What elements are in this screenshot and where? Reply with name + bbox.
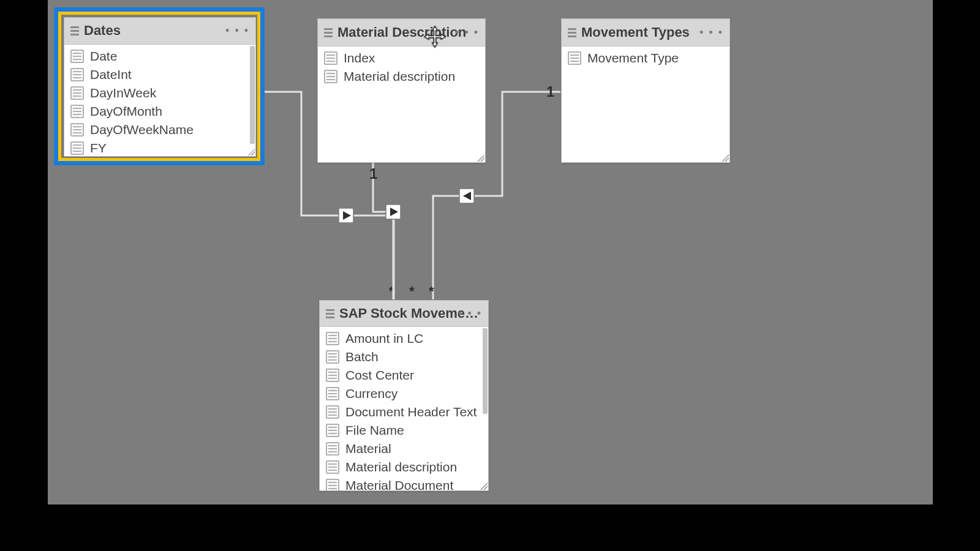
scrollbar[interactable] (483, 328, 488, 414)
column-icon (568, 51, 581, 65)
table-header-movtype[interactable]: Movement Types • • • (562, 19, 729, 47)
field-label: DayOfMonth (90, 104, 162, 119)
field-row[interactable]: File Name (320, 421, 488, 440)
column-icon (70, 105, 84, 118)
svg-rect-4 (386, 204, 401, 219)
table-material-description[interactable]: Material Description • • • Index Materia… (317, 18, 486, 163)
resize-handle[interactable] (477, 154, 484, 162)
field-row[interactable]: Currency (320, 384, 488, 403)
field-label: Cost Center (345, 368, 414, 383)
column-icon (70, 50, 84, 63)
field-row[interactable]: Material description (318, 67, 485, 86)
field-row[interactable]: Document Header Text (320, 403, 488, 421)
field-label: FY (90, 141, 107, 156)
table-body-dates[interactable]: Date DateInt DayInWeek DayOfMonth DayOfW… (64, 45, 255, 156)
field-row[interactable]: Batch (320, 348, 488, 366)
column-icon (326, 424, 339, 437)
column-icon (70, 123, 84, 137)
table-dates[interactable]: Dates • • • Date DateInt DayInWeek DayOf… (64, 17, 256, 157)
column-icon (326, 479, 339, 490)
grip-icon (568, 28, 576, 37)
scrollbar[interactable] (250, 46, 255, 144)
field-row[interactable]: Cost Center (320, 366, 488, 384)
svg-text:1: 1 (369, 165, 377, 182)
column-icon (70, 86, 84, 100)
column-icon (70, 141, 84, 155)
svg-rect-8 (459, 189, 474, 203)
field-row[interactable]: Material (320, 440, 488, 458)
svg-marker-5 (390, 208, 398, 216)
table-body-sap[interactable]: Amount in LC Batch Cost Center Currency … (320, 327, 488, 490)
column-icon (326, 332, 339, 345)
resize-handle[interactable] (480, 482, 488, 490)
field-label: DateInt (90, 67, 132, 82)
field-label: File Name (345, 423, 404, 438)
bottom-black-strip (0, 504, 980, 551)
grip-icon (70, 26, 79, 36)
field-label: Material Document (345, 478, 453, 490)
column-icon (70, 68, 84, 81)
field-row[interactable]: Index (318, 49, 485, 67)
svg-marker-9 (463, 192, 471, 200)
table-body-matdesc[interactable]: Index Material description (318, 47, 485, 162)
column-icon (326, 387, 339, 400)
field-label: Index (344, 51, 375, 66)
field-label: Currency (345, 386, 398, 401)
svg-text:*: * (429, 283, 434, 299)
field-label: DayOfWeekName (90, 122, 194, 137)
table-title: Material Description (337, 24, 466, 40)
model-canvas[interactable]: * 1 * 1 * Dates • • • Date DateInt DayIn… (48, 0, 933, 504)
table-header-dates[interactable]: Dates • • • (64, 18, 255, 45)
svg-marker-1 (343, 211, 351, 220)
column-icon (326, 460, 339, 474)
column-icon (326, 369, 339, 382)
svg-text:*: * (389, 283, 394, 299)
column-icon (324, 70, 337, 83)
more-icon[interactable]: • • • (458, 307, 482, 320)
table-header-sap[interactable]: SAP Stock Movements • • • (320, 301, 488, 327)
table-sap-stock-movements[interactable]: SAP Stock Movements • • • Amount in LC B… (319, 300, 489, 491)
more-icon[interactable]: • • • (455, 26, 479, 39)
grip-icon (326, 309, 334, 318)
column-icon (324, 51, 337, 65)
field-row[interactable]: DayOfMonth (64, 102, 255, 121)
field-label: Amount in LC (345, 331, 423, 346)
left-black-strip (0, 0, 48, 504)
field-label: Document Header Text (345, 405, 477, 419)
field-row[interactable]: Material description (320, 458, 488, 476)
field-row[interactable]: DayOfWeekName (64, 121, 255, 139)
table-body-movtype[interactable]: Movement Type (562, 47, 729, 162)
field-label: Material description (345, 460, 457, 474)
more-icon[interactable]: • • • (225, 24, 249, 37)
field-row[interactable]: Amount in LC (320, 329, 488, 348)
field-row[interactable]: Date (64, 47, 255, 66)
field-row[interactable]: FY (64, 139, 255, 156)
table-title: Movement Types (581, 24, 690, 40)
column-icon (326, 442, 339, 455)
svg-rect-0 (339, 208, 353, 223)
rel-matdesc-sap (373, 162, 393, 299)
svg-text:1: 1 (546, 83, 554, 100)
column-icon (326, 405, 339, 419)
field-label: Batch (345, 350, 379, 364)
table-header-matdesc[interactable]: Material Description • • • (318, 19, 485, 47)
column-icon (326, 350, 339, 364)
field-label: Material description (344, 69, 455, 84)
field-row[interactable]: DateInt (64, 66, 255, 84)
field-label: Movement Type (587, 51, 679, 66)
more-icon[interactable]: • • • (699, 26, 723, 39)
field-label: Date (90, 49, 117, 64)
field-row[interactable]: DayInWeek (64, 84, 255, 102)
field-label: Material (345, 441, 391, 456)
field-label: DayInWeek (90, 86, 156, 100)
svg-text:*: * (409, 283, 415, 299)
table-movement-types[interactable]: Movement Types • • • Movement Type (561, 18, 730, 163)
field-row[interactable]: Movement Type (562, 49, 729, 67)
resize-handle[interactable] (247, 148, 255, 156)
field-row[interactable]: Material Document (320, 476, 488, 490)
resize-handle[interactable] (722, 154, 729, 162)
table-title: Dates (84, 23, 121, 39)
grip-icon (324, 28, 333, 37)
